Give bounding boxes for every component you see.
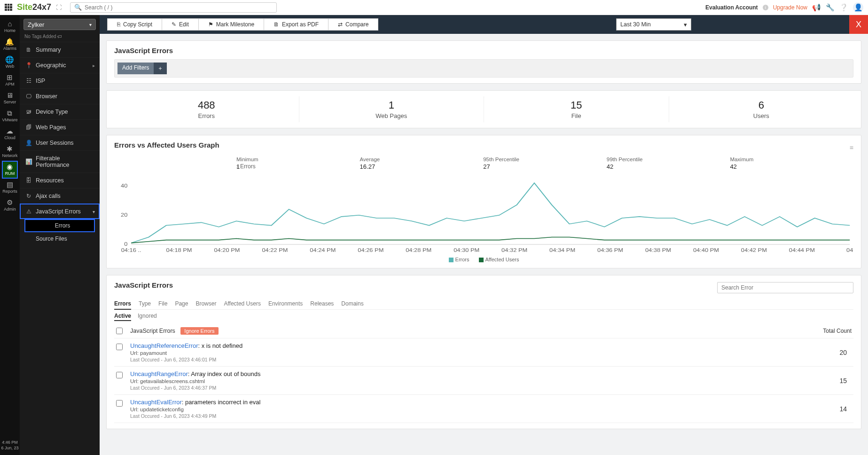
tab-browser[interactable]: Browser [195, 298, 216, 309]
rail-item-apm[interactable]: ⊞APM [2, 71, 17, 89]
error-name-link[interactable]: UncaughtEvalError [130, 399, 182, 406]
chart-menu-icon[interactable]: ≡ [850, 144, 853, 151]
stat-file: 15File [484, 96, 669, 122]
sidebar-item-user-sessions[interactable]: 👤User Sessions [20, 135, 100, 150]
admin-icon: ⚙ [2, 199, 17, 206]
sidebar-item-browser[interactable]: 🖵Browser [20, 88, 100, 104]
row-checkbox[interactable] [116, 344, 123, 350]
sidebar-item-web-pages[interactable]: 🗐Web Pages [20, 119, 100, 135]
rum-icon: ◉ [2, 163, 17, 170]
sidebar-item-resources[interactable]: 🗄Resources [20, 173, 100, 188]
rail-item-admin[interactable]: ⚙Admin [2, 196, 17, 214]
filter-bar: Add Filters＋ [114, 59, 853, 78]
edit-button[interactable]: ✎Edit [162, 18, 199, 31]
chart-panel: Errors vs Affected Users Graph ≡ Minimum… [106, 135, 861, 268]
logo[interactable]: Site24x7 [17, 2, 51, 12]
upgrade-link[interactable]: Upgrade Now [773, 4, 807, 11]
tab-releases[interactable]: Releases [310, 298, 334, 309]
series-toggle[interactable]: › Errors [236, 163, 256, 170]
time-range-select[interactable]: Last 30 Min▾ [616, 18, 691, 31]
main: ⎘Copy Script ✎Edit ⚑Mark Milestone 🗎Expo… [100, 15, 868, 455]
help-icon[interactable]: ❔ [839, 3, 848, 12]
apps-grid-icon[interactable] [5, 4, 12, 11]
apm-icon: ⊞ [2, 74, 17, 81]
svg-text:04:30 PM: 04:30 PM [454, 248, 479, 252]
table-row: UncaughtReferenceError: x is not defined… [114, 338, 853, 367]
ignore-errors-button[interactable]: Ignore Errors [180, 327, 218, 335]
error-name-link[interactable]: UncaughtReferenceError [130, 342, 198, 349]
rail-item-vmware[interactable]: ⧉VMware [2, 107, 17, 125]
sidebar-item-javascript-errors[interactable]: ⚠JavaScript Errors [20, 204, 100, 219]
sidebar-item-summary[interactable]: 🗎Summary [20, 42, 100, 57]
tab-file[interactable]: File [158, 298, 167, 309]
tab-page[interactable]: Page [175, 298, 188, 309]
svg-text:04:28 PM: 04:28 PM [406, 248, 431, 252]
chart-legend: ErrorsAffected Users [114, 257, 853, 262]
nav-rail: ⌂Home🔔Alarms🌐Web⊞APM🖥Server⧉VMware☁Cloud… [0, 15, 20, 455]
error-time: Last Occured - Jun 6, 2023 4:46:37 PM [130, 385, 839, 391]
svg-text:04:16 ..: 04:16 .. [121, 248, 141, 252]
svg-text:04:44 PM: 04:44 PM [789, 248, 815, 252]
row-checkbox[interactable] [116, 372, 123, 378]
sidebar-item-isp[interactable]: ☷ISP [20, 73, 100, 88]
expand-icon[interactable]: ⛶ [56, 4, 62, 11]
svg-text:04:32 PM: 04:32 PM [501, 248, 527, 252]
rail-item-alarms[interactable]: 🔔Alarms [2, 36, 17, 54]
sidebar-item-device-type[interactable]: 🖳Device Type [20, 104, 100, 119]
rail-item-rum[interactable]: ◉RUM [2, 161, 17, 179]
rail-item-network[interactable]: ✱Network [2, 143, 17, 161]
svg-text:40: 40 [121, 183, 127, 188]
copy-script-button[interactable]: ⎘Copy Script [107, 18, 162, 31]
search-error-input[interactable] [717, 282, 853, 293]
rail-item-reports[interactable]: ▤Reports [2, 179, 17, 196]
svg-text:04:18 PM: 04:18 PM [166, 248, 192, 252]
sidebar-item-ajax-calls[interactable]: ↻Ajax calls [20, 188, 100, 204]
chevron-down-icon: ▾ [684, 21, 687, 28]
global-search[interactable]: 🔍 [70, 2, 277, 13]
table-tabs: ErrorsTypeFilePageBrowserAffected UsersE… [114, 298, 853, 310]
tab-affected-users[interactable]: Affected Users [224, 298, 260, 309]
sidebar: Zylker▾ No Tags Added 🏷 🗎Summary📍Geograp… [20, 15, 100, 455]
error-url: Url: getavailablescreens.cshtml [130, 378, 839, 384]
tab-type[interactable]: Type [139, 298, 151, 309]
sidebar-sub-errors[interactable]: Errors [24, 219, 95, 232]
subtab-ignored[interactable]: Ignored [138, 313, 157, 321]
error-name-link[interactable]: UncaughtRangeError [130, 370, 188, 377]
add-filters-button[interactable]: Add Filters＋ [117, 63, 167, 74]
announce-icon[interactable]: 📢 [812, 3, 821, 12]
select-all-checkbox[interactable] [116, 328, 123, 334]
search-input[interactable] [85, 4, 273, 11]
tab-environments[interactable]: Environments [268, 298, 303, 309]
mark-milestone-button[interactable]: ⚑Mark Milestone [199, 18, 264, 31]
copy-icon: ⎘ [117, 21, 120, 28]
legend-item[interactable]: Affected Users [479, 257, 519, 262]
rail-item-server[interactable]: 🖥Server [2, 89, 17, 107]
export-pdf-button[interactable]: 🗎Export as PDF [264, 18, 328, 31]
svg-text:04:42 PM: 04:42 PM [741, 248, 767, 252]
rail-item-home[interactable]: ⌂Home [2, 18, 17, 36]
app-selector[interactable]: Zylker▾ [23, 19, 96, 30]
column-total-count: Total Count [823, 328, 852, 334]
subtab-active[interactable]: Active [114, 313, 131, 321]
sidebar-sub-source-files[interactable]: Source Files [20, 232, 100, 245]
info-icon[interactable]: i [763, 5, 768, 10]
error-url: Url: payamount [130, 350, 839, 356]
row-checkbox[interactable] [116, 400, 123, 407]
tab-errors[interactable]: Errors [114, 298, 131, 310]
avatar[interactable]: 👤 [853, 2, 863, 13]
sidebar-item-filterable-performance[interactable]: 📊Filterable Performance [20, 150, 100, 173]
error-count: 15 [839, 377, 852, 384]
rail-item-cloud[interactable]: ☁Cloud [2, 125, 17, 143]
tab-domains[interactable]: Domains [341, 298, 363, 309]
sidebar-item-geographic[interactable]: 📍Geographic [20, 57, 100, 73]
cloud-icon: ☁ [2, 127, 17, 134]
svg-text:04:36 PM: 04:36 PM [597, 248, 623, 252]
stat-web-pages: 1Web Pages [299, 96, 485, 122]
compare-button[interactable]: ⇄Compare [328, 18, 378, 31]
plus-icon: ＋ [154, 63, 167, 74]
rail-item-web[interactable]: 🌐Web [2, 54, 17, 71]
close-button[interactable]: X [849, 15, 868, 34]
wrench-icon[interactable]: 🔧 [826, 3, 835, 12]
legend-item[interactable]: Errors [449, 257, 469, 262]
svg-text:20: 20 [121, 212, 127, 217]
